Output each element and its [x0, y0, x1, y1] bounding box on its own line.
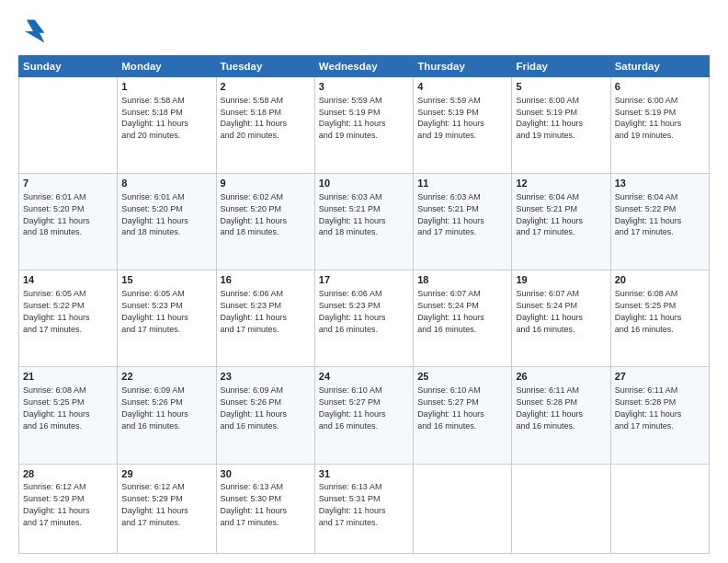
- day-number: 18: [417, 273, 507, 287]
- day-number: 6: [615, 80, 705, 94]
- calendar-cell: [414, 464, 512, 553]
- day-info: Sunrise: 5:59 AM Sunset: 5:19 PM Dayligh…: [319, 96, 386, 140]
- day-info: Sunrise: 5:58 AM Sunset: 5:18 PM Dayligh…: [221, 96, 288, 140]
- calendar-week-row: 21Sunrise: 6:08 AM Sunset: 5:25 PM Dayli…: [19, 367, 710, 464]
- day-info: Sunrise: 6:00 AM Sunset: 5:19 PM Dayligh…: [516, 96, 583, 140]
- calendar-cell: 11Sunrise: 6:03 AM Sunset: 5:21 PM Dayli…: [414, 174, 512, 270]
- calendar-cell: 12Sunrise: 6:04 AM Sunset: 5:21 PM Dayli…: [512, 174, 610, 270]
- day-info: Sunrise: 6:04 AM Sunset: 5:22 PM Dayligh…: [615, 192, 682, 236]
- day-info: Sunrise: 6:11 AM Sunset: 5:28 PM Dayligh…: [615, 385, 682, 430]
- calendar-week-row: 14Sunrise: 6:05 AM Sunset: 5:22 PM Dayli…: [19, 270, 710, 367]
- day-info: Sunrise: 6:01 AM Sunset: 5:20 PM Dayligh…: [23, 192, 90, 236]
- day-number: 1: [121, 80, 211, 94]
- calendar-cell: 29Sunrise: 6:12 AM Sunset: 5:29 PM Dayli…: [118, 464, 216, 553]
- day-number: 25: [417, 370, 507, 384]
- calendar-cell: 22Sunrise: 6:09 AM Sunset: 5:26 PM Dayli…: [118, 367, 216, 464]
- day-info: Sunrise: 6:08 AM Sunset: 5:25 PM Dayligh…: [615, 289, 682, 333]
- calendar-cell: 31Sunrise: 6:13 AM Sunset: 5:31 PM Dayli…: [314, 464, 413, 553]
- day-number: 3: [319, 80, 409, 94]
- calendar-cell: [19, 77, 118, 174]
- calendar-cell: 20Sunrise: 6:08 AM Sunset: 5:25 PM Dayli…: [610, 270, 709, 367]
- page: SundayMondayTuesdayWednesdayThursdayFrid…: [0, 0, 728, 563]
- header: [18, 17, 710, 46]
- calendar-week-row: 28Sunrise: 6:12 AM Sunset: 5:29 PM Dayli…: [19, 464, 710, 553]
- day-number: 19: [516, 273, 606, 287]
- day-info: Sunrise: 6:12 AM Sunset: 5:29 PM Dayligh…: [121, 482, 188, 526]
- calendar-header-friday: Friday: [512, 56, 610, 77]
- calendar-cell: 6Sunrise: 6:00 AM Sunset: 5:19 PM Daylig…: [610, 77, 709, 174]
- day-info: Sunrise: 6:13 AM Sunset: 5:30 PM Dayligh…: [221, 482, 288, 526]
- calendar-cell: 23Sunrise: 6:09 AM Sunset: 5:26 PM Dayli…: [216, 367, 314, 464]
- calendar-cell: [512, 464, 610, 553]
- calendar-cell: 7Sunrise: 6:01 AM Sunset: 5:20 PM Daylig…: [19, 174, 118, 270]
- day-number: 12: [516, 177, 606, 190]
- svg-marker-0: [25, 20, 44, 43]
- day-number: 26: [516, 370, 606, 384]
- day-info: Sunrise: 6:07 AM Sunset: 5:24 PM Dayligh…: [516, 289, 583, 333]
- calendar-cell: 15Sunrise: 6:05 AM Sunset: 5:23 PM Dayli…: [118, 270, 216, 367]
- day-number: 24: [319, 370, 409, 384]
- day-info: Sunrise: 6:08 AM Sunset: 5:25 PM Dayligh…: [23, 385, 90, 430]
- day-number: 8: [121, 177, 211, 190]
- day-number: 30: [221, 467, 311, 481]
- calendar-cell: 30Sunrise: 6:13 AM Sunset: 5:30 PM Dayli…: [216, 464, 314, 553]
- day-info: Sunrise: 6:11 AM Sunset: 5:28 PM Dayligh…: [516, 385, 583, 430]
- calendar-header-thursday: Thursday: [414, 56, 512, 77]
- calendar-cell: 17Sunrise: 6:06 AM Sunset: 5:23 PM Dayli…: [314, 270, 413, 367]
- day-info: Sunrise: 6:12 AM Sunset: 5:29 PM Dayligh…: [23, 482, 90, 526]
- day-info: Sunrise: 6:01 AM Sunset: 5:20 PM Dayligh…: [121, 192, 188, 236]
- calendar-cell: 27Sunrise: 6:11 AM Sunset: 5:28 PM Dayli…: [610, 367, 709, 464]
- day-number: 5: [516, 80, 606, 94]
- day-info: Sunrise: 6:07 AM Sunset: 5:24 PM Dayligh…: [417, 289, 484, 333]
- day-number: 17: [319, 273, 409, 287]
- day-info: Sunrise: 6:04 AM Sunset: 5:21 PM Dayligh…: [516, 192, 583, 236]
- calendar-cell: 10Sunrise: 6:03 AM Sunset: 5:21 PM Dayli…: [314, 174, 413, 270]
- calendar-header-tuesday: Tuesday: [216, 56, 314, 77]
- calendar-cell: 16Sunrise: 6:06 AM Sunset: 5:23 PM Dayli…: [216, 270, 314, 367]
- day-info: Sunrise: 6:10 AM Sunset: 5:27 PM Dayligh…: [319, 385, 386, 430]
- day-number: 2: [221, 80, 311, 94]
- logo-icon: [18, 17, 48, 46]
- calendar-header-wednesday: Wednesday: [314, 56, 413, 77]
- calendar-cell: 5Sunrise: 6:00 AM Sunset: 5:19 PM Daylig…: [512, 77, 610, 174]
- calendar-cell: 4Sunrise: 5:59 AM Sunset: 5:19 PM Daylig…: [414, 77, 512, 174]
- day-info: Sunrise: 5:58 AM Sunset: 5:18 PM Dayligh…: [121, 96, 188, 140]
- day-info: Sunrise: 5:59 AM Sunset: 5:19 PM Dayligh…: [417, 96, 484, 140]
- day-number: 9: [221, 177, 311, 190]
- calendar-table: SundayMondayTuesdayWednesdayThursdayFrid…: [18, 55, 710, 554]
- day-number: 10: [319, 177, 409, 190]
- day-number: 22: [121, 370, 211, 384]
- calendar-cell: 19Sunrise: 6:07 AM Sunset: 5:24 PM Dayli…: [512, 270, 610, 367]
- day-number: 11: [417, 177, 507, 190]
- day-number: 16: [221, 273, 311, 287]
- calendar-cell: 13Sunrise: 6:04 AM Sunset: 5:22 PM Dayli…: [610, 174, 709, 270]
- calendar-cell: [610, 464, 709, 553]
- calendar-header-saturday: Saturday: [610, 56, 709, 77]
- day-number: 21: [23, 370, 113, 384]
- day-number: 31: [319, 467, 409, 481]
- day-number: 29: [121, 467, 211, 481]
- day-number: 13: [615, 177, 705, 190]
- day-info: Sunrise: 6:05 AM Sunset: 5:22 PM Dayligh…: [23, 289, 90, 333]
- day-number: 23: [221, 370, 311, 384]
- calendar-cell: 28Sunrise: 6:12 AM Sunset: 5:29 PM Dayli…: [19, 464, 118, 553]
- calendar-cell: 9Sunrise: 6:02 AM Sunset: 5:20 PM Daylig…: [216, 174, 314, 270]
- day-number: 15: [121, 273, 211, 287]
- day-info: Sunrise: 6:00 AM Sunset: 5:19 PM Dayligh…: [615, 96, 682, 140]
- day-info: Sunrise: 6:10 AM Sunset: 5:27 PM Dayligh…: [417, 385, 484, 430]
- calendar-cell: 14Sunrise: 6:05 AM Sunset: 5:22 PM Dayli…: [19, 270, 118, 367]
- calendar-cell: 8Sunrise: 6:01 AM Sunset: 5:20 PM Daylig…: [118, 174, 216, 270]
- day-number: 28: [23, 467, 113, 481]
- day-info: Sunrise: 6:06 AM Sunset: 5:23 PM Dayligh…: [221, 289, 288, 333]
- day-number: 14: [23, 273, 113, 287]
- calendar-cell: 1Sunrise: 5:58 AM Sunset: 5:18 PM Daylig…: [118, 77, 216, 174]
- day-info: Sunrise: 6:13 AM Sunset: 5:31 PM Dayligh…: [319, 482, 386, 526]
- day-info: Sunrise: 6:05 AM Sunset: 5:23 PM Dayligh…: [121, 289, 188, 333]
- day-number: 7: [23, 177, 113, 190]
- day-info: Sunrise: 6:09 AM Sunset: 5:26 PM Dayligh…: [221, 385, 288, 430]
- calendar-cell: 3Sunrise: 5:59 AM Sunset: 5:19 PM Daylig…: [314, 77, 413, 174]
- calendar-cell: 21Sunrise: 6:08 AM Sunset: 5:25 PM Dayli…: [19, 367, 118, 464]
- calendar-cell: 24Sunrise: 6:10 AM Sunset: 5:27 PM Dayli…: [314, 367, 413, 464]
- day-info: Sunrise: 6:02 AM Sunset: 5:20 PM Dayligh…: [221, 192, 288, 236]
- calendar-cell: 25Sunrise: 6:10 AM Sunset: 5:27 PM Dayli…: [414, 367, 512, 464]
